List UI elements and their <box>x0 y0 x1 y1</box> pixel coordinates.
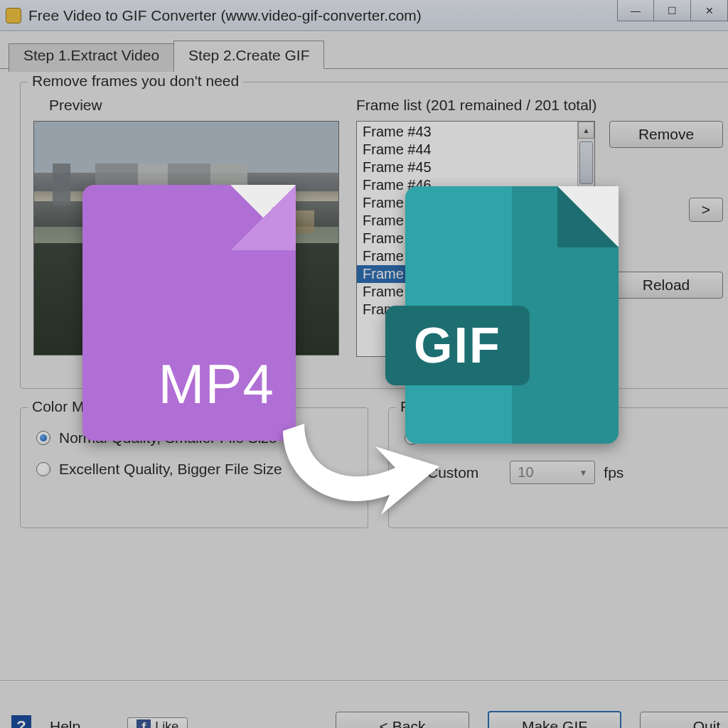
next-frame-button[interactable]: > <box>689 198 723 222</box>
scroll-up-button[interactable]: ▲ <box>578 122 594 139</box>
mp4-file-icon: MP4 <box>82 185 296 441</box>
quit-button[interactable]: Quit <box>640 712 728 728</box>
facebook-icon: f <box>136 719 151 728</box>
close-button[interactable]: ✕ <box>691 0 728 21</box>
footer-bar: ? Help f Like < Back Make GIF Quit <box>0 702 728 728</box>
footer-separator <box>0 680 728 682</box>
chevron-down-icon: ▼ <box>579 468 587 478</box>
minimize-button[interactable]: — <box>617 0 654 21</box>
remove-button[interactable]: Remove <box>609 121 723 148</box>
fps-unit-label: fps <box>604 464 623 481</box>
window-controls: — ☐ ✕ <box>617 0 728 21</box>
remove-frames-legend: Remove frames you don't need <box>28 73 243 90</box>
frame-list-item[interactable]: Frame #43 <box>357 123 594 141</box>
gif-label: GIF <box>385 306 530 385</box>
radio-custom-fps[interactable]: Custom 10 ▼ fps <box>402 454 723 491</box>
radio-icon <box>36 462 50 476</box>
window-title: Free Video to GIF Converter (www.video-g… <box>28 7 422 24</box>
tab-step1[interactable]: Step 1.Extract Video <box>9 43 174 72</box>
fps-combo[interactable]: 10 ▼ <box>510 461 595 484</box>
arrow-icon <box>269 402 446 523</box>
make-gif-button[interactable]: Make GIF <box>488 711 621 728</box>
scrollbar-thumb[interactable] <box>579 141 593 184</box>
radio-icon <box>36 431 50 445</box>
reload-button[interactable]: Reload <box>609 272 723 299</box>
frame-list-item[interactable]: Frame #45 <box>357 159 594 176</box>
preview-label: Preview <box>33 97 339 114</box>
tab-strip: Step 1.Extract Video Step 2.Create GIF <box>0 32 728 69</box>
radio-label: Excellent Quality, Bigger File Size <box>59 461 282 478</box>
fps-value: 10 <box>518 464 533 481</box>
back-button[interactable]: < Back <box>336 712 469 728</box>
help-label[interactable]: Help <box>50 718 80 728</box>
maximize-button[interactable]: ☐ <box>654 0 691 21</box>
app-icon <box>6 8 21 23</box>
tab-step2[interactable]: Step 2.Create GIF <box>173 41 324 69</box>
frame-list-item[interactable]: Frame #44 <box>357 141 594 159</box>
frame-list-title: Frame list (201 remained / 201 total) <box>356 97 723 114</box>
mp4-label: MP4 <box>82 352 296 417</box>
title-bar: Free Video to GIF Converter (www.video-g… <box>0 0 728 31</box>
help-icon[interactable]: ? <box>11 715 31 728</box>
like-label: Like <box>155 719 178 729</box>
facebook-like-button[interactable]: f Like <box>127 717 188 729</box>
